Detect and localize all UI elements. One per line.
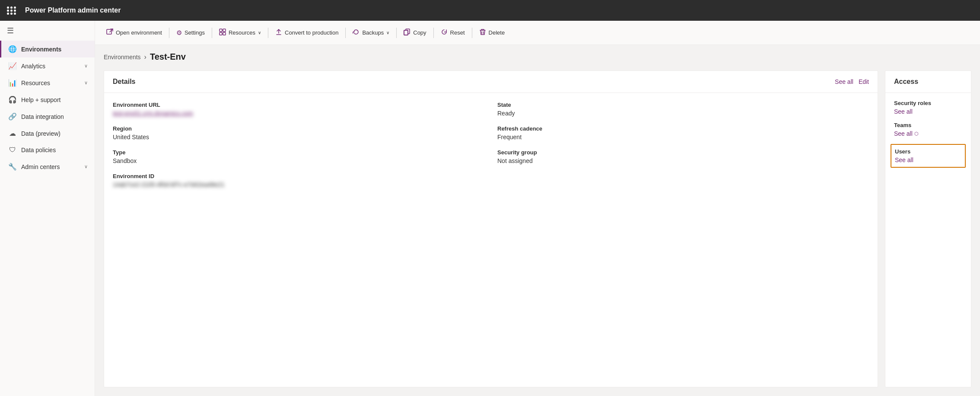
resources-label: Resources: [229, 29, 255, 36]
open-environment-label: Open environment: [116, 29, 162, 36]
sidebar-item-label: Help + support: [21, 96, 88, 103]
field-label: Region: [113, 125, 484, 132]
toolbar-divider: [396, 28, 397, 38]
svg-rect-2: [223, 29, 226, 32]
details-title: Details: [113, 78, 835, 86]
users-title: Users: [895, 148, 961, 155]
svg-rect-3: [220, 32, 222, 35]
data-policies-icon: 🛡: [8, 146, 17, 154]
field-environment-id: Environment ID 14ab7ce2-2105-4f0d-bf7c-e…: [113, 173, 869, 188]
toolbar-divider: [169, 28, 169, 38]
field-value-url[interactable]: test-env01.crm.dynamics.com: [113, 110, 484, 117]
teams-see-all-link[interactable]: See all ⬡: [894, 130, 962, 137]
details-card-header: Details See all Edit: [104, 71, 878, 93]
copy-label: Copy: [413, 29, 426, 36]
field-value-state: Ready: [497, 110, 869, 117]
sidebar-item-admin-centers[interactable]: 🔧 Admin centers ∨: [0, 158, 95, 175]
sidebar-item-label: Resources: [21, 80, 80, 86]
backups-label: Backups: [362, 29, 384, 36]
toolbar-divider: [212, 28, 212, 38]
settings-label: Settings: [185, 29, 205, 36]
field-value-type: Sandbox: [113, 157, 484, 164]
toolbar: Open environment ⚙ Settings Resources: [95, 21, 980, 45]
main-content: Open environment ⚙ Settings Resources: [95, 21, 980, 396]
chevron-down-icon: ∨: [84, 80, 88, 86]
reset-label: Reset: [450, 29, 465, 36]
sidebar-item-label: Data policies: [21, 147, 88, 153]
delete-icon: [479, 29, 486, 37]
toolbar-divider: [472, 28, 472, 38]
field-type: Type Sandbox: [113, 149, 484, 164]
resources-button[interactable]: Resources ∨: [215, 26, 265, 39]
breadcrumb-current: Test-Env: [150, 52, 186, 62]
field-refresh-cadence: Refresh cadence Frequent: [497, 125, 869, 141]
details-header-actions: See all Edit: [835, 78, 869, 85]
help-support-icon: 🎧: [8, 96, 17, 104]
delete-button[interactable]: Delete: [475, 26, 509, 39]
sidebar-item-data-preview[interactable]: ☁ Data (preview): [0, 125, 95, 142]
svg-rect-1: [220, 29, 222, 32]
access-body: Security roles See all Teams See all ⬡ U…: [885, 93, 971, 175]
copy-button[interactable]: Copy: [399, 26, 430, 39]
field-label: Security group: [497, 149, 869, 156]
analytics-icon: 📈: [8, 62, 17, 70]
environments-icon: 🌐: [8, 45, 17, 53]
open-environment-button[interactable]: Open environment: [102, 26, 166, 39]
svg-rect-6: [404, 30, 408, 35]
backups-button[interactable]: Backups ∨: [348, 26, 394, 39]
sidebar-item-environments[interactable]: 🌐 Environments: [0, 41, 95, 57]
backups-icon: [353, 29, 360, 37]
field-region: Region United States: [113, 125, 484, 141]
reset-icon: [441, 29, 448, 37]
sidebar-item-analytics[interactable]: 📈 Analytics ∨: [0, 57, 95, 74]
field-label: State: [497, 102, 869, 108]
sidebar-item-data-integration[interactable]: 🔗 Data integration: [0, 108, 95, 125]
chevron-down-icon: ∨: [84, 63, 88, 69]
svg-rect-0: [107, 29, 111, 34]
details-card-body: Environment URL test-env01.crm.dynamics.…: [104, 93, 878, 197]
open-environment-icon: [106, 29, 113, 37]
resources-icon: [219, 29, 226, 37]
security-roles-see-all-link[interactable]: See all: [894, 108, 962, 115]
toolbar-divider: [345, 28, 346, 38]
breadcrumb-parent[interactable]: Environments: [104, 54, 141, 61]
users-see-all-link[interactable]: See all: [895, 156, 961, 163]
app-dots-icon[interactable]: [7, 6, 16, 15]
field-value-refresh: Frequent: [497, 134, 869, 141]
external-link-icon: ⬡: [914, 131, 919, 137]
sidebar-item-label: Admin centers: [21, 163, 80, 170]
details-edit-link[interactable]: Edit: [859, 78, 869, 85]
sidebar-item-data-policies[interactable]: 🛡 Data policies: [0, 142, 95, 158]
access-header: Access: [885, 71, 971, 93]
cards-row: Details See all Edit Environment URL tes…: [104, 70, 971, 387]
admin-centers-icon: 🔧: [8, 163, 17, 171]
field-value-security-group: Not assigned: [497, 157, 869, 164]
sidebar-item-resources[interactable]: 📊 Resources ∨: [0, 74, 95, 91]
resources-icon: 📊: [8, 79, 17, 87]
details-see-all-link[interactable]: See all: [835, 78, 853, 85]
access-section-users: Users See all: [891, 144, 966, 168]
convert-icon: [275, 29, 282, 37]
field-label: Type: [113, 149, 484, 156]
field-label: Environment URL: [113, 102, 484, 108]
sidebar-item-help-support[interactable]: 🎧 Help + support: [0, 91, 95, 108]
svg-rect-4: [223, 32, 226, 35]
breadcrumb-section: Environments › Test-Env: [95, 45, 980, 62]
access-panel: Access Security roles See all Teams See …: [885, 70, 971, 387]
reset-button[interactable]: Reset: [436, 26, 469, 39]
data-integration-icon: 🔗: [8, 112, 17, 121]
resources-chevron-icon: ∨: [258, 30, 261, 35]
delete-label: Delete: [489, 29, 505, 36]
field-label: Refresh cadence: [497, 125, 869, 132]
hamburger-button[interactable]: ☰: [0, 21, 95, 41]
field-state: State Ready: [497, 102, 869, 117]
sidebar-item-label: Analytics: [21, 63, 80, 70]
settings-button[interactable]: ⚙ Settings: [172, 26, 209, 39]
teams-title: Teams: [894, 122, 962, 128]
app-title: Power Platform admin center: [25, 6, 121, 14]
convert-to-production-button[interactable]: Convert to production: [271, 26, 343, 39]
access-title: Access: [894, 78, 918, 85]
sidebar-item-label: Data integration: [21, 113, 88, 120]
convert-to-production-label: Convert to production: [285, 29, 338, 36]
backups-chevron-icon: ∨: [386, 30, 389, 35]
